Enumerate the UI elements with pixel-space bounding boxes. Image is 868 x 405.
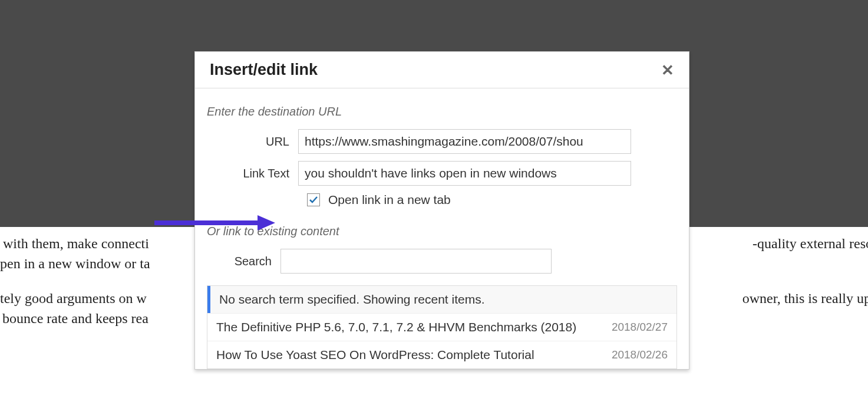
result-title: The Definitive PHP 5.6, 7.0, 7.1, 7.2 & …: [216, 320, 576, 334]
url-input[interactable]: [298, 129, 631, 154]
bg-text: owner, this is really up: [742, 291, 868, 307]
result-title: How To Use Yoast SEO On WordPress: Compl…: [216, 348, 534, 362]
list-item[interactable]: How To Use Yoast SEO On WordPress: Compl…: [207, 341, 676, 368]
url-row: URL: [207, 129, 677, 154]
dialog-title: Insert/edit link: [210, 61, 318, 79]
search-input[interactable]: [280, 249, 552, 274]
section-heading-existing: Or link to existing content: [207, 225, 677, 238]
linktext-label: Link Text: [207, 167, 298, 180]
search-label: Search: [207, 255, 280, 268]
result-date: 2018/02/27: [612, 321, 668, 334]
new-tab-row: Open link in a new tab: [307, 193, 677, 207]
checkmark-icon: [309, 195, 318, 205]
dialog-header: Insert/edit link ✕: [195, 52, 689, 88]
new-tab-label: Open link in a new tab: [328, 193, 451, 207]
bg-text: with them, make connecti: [3, 236, 149, 252]
svg-marker-1: [258, 215, 275, 231]
bg-text: tely good arguments on w: [0, 291, 147, 307]
close-icon[interactable]: ✕: [661, 62, 674, 78]
results-placeholder: No search term specified. Showing recent…: [207, 286, 676, 313]
result-date: 2018/02/26: [612, 348, 668, 361]
bg-text: pen in a new window or ta: [0, 256, 150, 272]
bg-text: bounce rate and keeps rea: [2, 311, 148, 327]
bg-text: -quality external resou: [753, 236, 868, 252]
insert-link-dialog: Insert/edit link ✕ Enter the destination…: [194, 51, 689, 370]
section-heading-destination: Enter the destination URL: [207, 105, 677, 118]
new-tab-checkbox[interactable]: [307, 193, 320, 206]
results-list[interactable]: The Definitive PHP 5.6, 7.0, 7.1, 7.2 & …: [207, 313, 676, 368]
url-label: URL: [207, 135, 298, 149]
results-container: No search term specified. Showing recent…: [207, 285, 677, 369]
search-row: Search: [207, 249, 677, 274]
list-item[interactable]: The Definitive PHP 5.6, 7.0, 7.1, 7.2 & …: [207, 313, 676, 341]
linktext-row: Link Text: [207, 161, 677, 186]
linktext-input[interactable]: [298, 161, 631, 186]
annotation-arrow-icon: [151, 214, 275, 234]
